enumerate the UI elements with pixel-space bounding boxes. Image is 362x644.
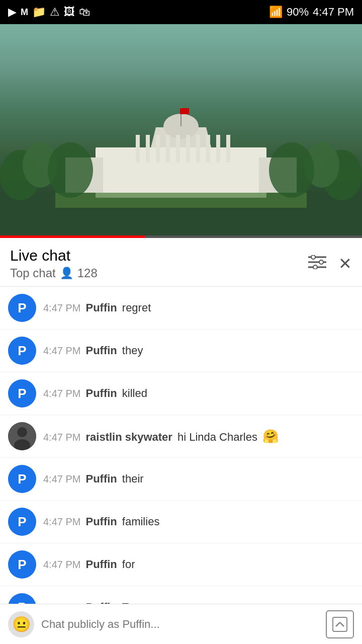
wifi-icon: 📶 (269, 6, 283, 19)
chat-message-list: P 4:47 PM Puffin regret P 4:47 PM Puffin… (0, 287, 362, 629)
emoji-picker-button[interactable]: 😐 (8, 611, 34, 637)
message-username: Puffin (85, 558, 117, 571)
svg-line-36 (336, 622, 340, 626)
svg-point-25 (269, 142, 314, 198)
chat-header-icons: ✕ (308, 254, 352, 273)
chat-message-row: 4:47 PM raistlin skywater hi Linda Charl… (0, 415, 362, 458)
message-username: Puffin (85, 387, 117, 400)
chat-message-row: P 4:47 PM Puffin their (0, 458, 362, 501)
message-text: killed (122, 387, 147, 400)
svg-rect-6 (146, 135, 150, 163)
m-icon: M (21, 7, 28, 18)
message-time: 4:47 PM (43, 302, 80, 314)
svg-rect-12 (206, 135, 210, 163)
time-display: 4:47 PM (313, 6, 354, 19)
input-bar: 😐 (0, 604, 362, 644)
trees-right (261, 135, 362, 215)
svg-point-31 (313, 265, 317, 269)
status-icons-left: ▶ M 📁 ⚠ 🖼 🛍 (8, 6, 90, 19)
video-progress-bar[interactable] (0, 235, 362, 238)
status-icons-right: 📶 90% 4:47 PM (269, 6, 354, 19)
message-time: 4:47 PM (43, 432, 80, 443)
svg-rect-35 (333, 617, 347, 631)
svg-rect-14 (226, 135, 230, 163)
message-content: 4:47 PM Puffin killed (43, 387, 354, 400)
avatar: P (8, 465, 36, 493)
svg-rect-10 (186, 135, 190, 163)
video-player[interactable] (0, 24, 362, 235)
message-text: for (122, 558, 135, 571)
avatar: P (8, 294, 36, 322)
progress-fill (0, 235, 145, 238)
svg-point-33 (17, 427, 27, 437)
svg-rect-19 (180, 108, 189, 114)
message-username: Puffin (85, 515, 117, 528)
svg-rect-9 (176, 135, 180, 163)
live-chat-title: Live chat (10, 247, 98, 264)
svg-rect-13 (216, 135, 220, 163)
message-time: 4:47 PM (43, 388, 80, 399)
message-username: Puffin (85, 301, 117, 314)
svg-line-37 (340, 622, 344, 626)
youtube-icon: ▶ (8, 6, 17, 19)
message-text: families (122, 515, 160, 528)
avatar: P (8, 379, 36, 408)
avatar: P (8, 508, 36, 536)
message-username: Puffin (85, 344, 117, 357)
live-chat-header: Live chat Top chat 👤 128 ✕ (0, 238, 362, 287)
svg-rect-7 (156, 135, 160, 163)
message-time: 4:47 PM (43, 473, 80, 485)
message-time: 4:47 PM (43, 559, 80, 571)
avatar: P (8, 337, 36, 365)
send-button[interactable] (326, 610, 354, 638)
message-text: they (122, 344, 143, 357)
svg-point-29 (311, 255, 315, 259)
chat-input[interactable] (41, 618, 319, 631)
message-emoji: 🤗 (262, 429, 279, 444)
chat-message-row: P 4:47 PM Puffin regret (0, 287, 362, 330)
message-text: hi Linda Charles (177, 431, 257, 444)
svg-point-30 (319, 260, 323, 264)
battery-text: 90% (287, 6, 309, 19)
avatar (8, 422, 36, 450)
svg-rect-5 (136, 135, 140, 163)
message-content: 4:47 PM raistlin skywater hi Linda Charl… (43, 429, 354, 444)
chat-message-row: P 4:47 PM Puffin killed (0, 372, 362, 415)
svg-rect-11 (196, 135, 200, 163)
message-time: 4:47 PM (43, 345, 80, 357)
message-username: Puffin (85, 472, 117, 486)
viewers-icon: 👤 (60, 267, 73, 280)
message-content: 4:47 PM Puffin regret (43, 301, 354, 314)
message-text: their (122, 472, 144, 486)
top-chat-label[interactable]: Top chat (10, 266, 56, 280)
message-username: raistlin skywater (85, 431, 172, 444)
chat-message-row: P 4:47 PM Puffin for (0, 543, 362, 586)
chat-message-row: P 4:47 PM Puffin they (0, 330, 362, 372)
chat-message-row: P 4:47 PM Puffin families (0, 501, 362, 543)
svg-rect-1 (96, 147, 266, 198)
close-button[interactable]: ✕ (338, 254, 352, 273)
avatar: P (8, 550, 36, 579)
message-content: 4:47 PM Puffin they (43, 344, 354, 357)
warning-icon: ⚠ (50, 6, 60, 19)
message-content: 4:47 PM Puffin families (43, 515, 354, 528)
trees-left (0, 135, 101, 215)
chat-title-section: Live chat Top chat 👤 128 (10, 247, 98, 280)
folder-icon: 📁 (32, 6, 46, 19)
message-time: 4:47 PM (43, 516, 80, 528)
svg-rect-8 (166, 135, 170, 163)
message-text: regret (122, 301, 151, 314)
filter-button[interactable] (308, 255, 326, 273)
svg-point-22 (48, 142, 93, 198)
viewer-count: 128 (77, 266, 98, 280)
status-bar: ▶ M 📁 ⚠ 🖼 🛍 📶 90% 4:47 PM (0, 0, 362, 24)
message-content: 4:47 PM Puffin for (43, 558, 354, 571)
message-content: 4:47 PM Puffin their (43, 472, 354, 486)
bag-icon: 🛍 (79, 6, 90, 19)
image-icon: 🖼 (64, 6, 75, 19)
